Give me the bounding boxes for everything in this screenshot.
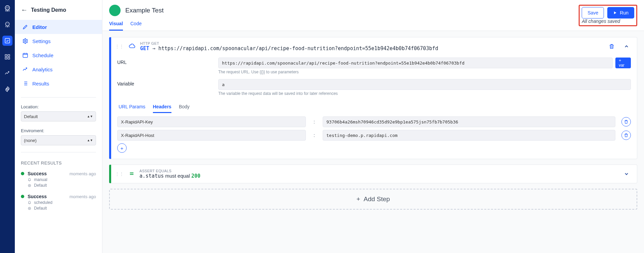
variable-hint: The variable the request data will be sa… bbox=[218, 91, 631, 96]
url-hint: The request URL. Use {{}} to use paramet… bbox=[218, 70, 631, 74]
svg-point-15 bbox=[29, 185, 30, 186]
save-button[interactable]: Save bbox=[582, 7, 604, 19]
colon: : bbox=[312, 133, 317, 138]
svg-point-11 bbox=[7, 88, 8, 90]
svg-point-14 bbox=[28, 184, 31, 186]
app-rail bbox=[0, 0, 15, 253]
calendar-icon bbox=[22, 52, 28, 58]
svg-rect-8 bbox=[8, 55, 10, 56]
drag-handle-icon[interactable]: ⋮⋮ bbox=[115, 44, 124, 48]
gear-icon bbox=[22, 38, 28, 44]
svg-point-16 bbox=[28, 207, 31, 209]
sidebar-item-label: Analytics bbox=[32, 67, 53, 72]
recent-time: moments ago bbox=[69, 194, 96, 199]
assert-value: 200 bbox=[191, 173, 200, 179]
expand-step-button[interactable] bbox=[621, 169, 632, 179]
list-icon bbox=[22, 80, 28, 86]
request-subtabs: URL Params Headers Body bbox=[119, 104, 631, 113]
status-dot-icon bbox=[21, 172, 24, 175]
recent-result-item[interactable]: Success moments ago scheduled Default bbox=[15, 191, 102, 214]
add-var-button[interactable]: + var bbox=[615, 58, 631, 68]
add-step-label: Add Step bbox=[363, 195, 390, 203]
location-value: Default bbox=[24, 114, 38, 119]
rail-settings-icon[interactable] bbox=[2, 84, 12, 94]
saved-status-text: All changes saved bbox=[582, 19, 634, 24]
rail-analytics-icon[interactable] bbox=[2, 68, 12, 78]
rail-checkbox-icon[interactable] bbox=[2, 36, 12, 46]
location-select[interactable]: Default ▲▼ bbox=[21, 111, 96, 121]
header-value-input[interactable] bbox=[323, 130, 615, 141]
sidebar: ← Testing Demo Editor Settings Schedule … bbox=[15, 0, 102, 253]
add-header-button[interactable]: + bbox=[117, 143, 127, 153]
sidebar-item-analytics[interactable]: Analytics bbox=[15, 62, 102, 76]
step-card-http: ⋮⋮ HTTP GET GET → https://rapidapi.com/s… bbox=[109, 37, 637, 159]
add-step-button[interactable]: + Add Step bbox=[109, 189, 637, 210]
delete-header-button[interactable] bbox=[621, 117, 631, 126]
recent-results-title: RECENT RESULTS bbox=[15, 156, 102, 168]
tab-code[interactable]: Code bbox=[130, 21, 141, 31]
sidebar-item-schedule[interactable]: Schedule bbox=[15, 48, 102, 62]
divider bbox=[21, 152, 96, 152]
environment-select[interactable]: (none) ▲▼ bbox=[21, 135, 96, 145]
recent-trigger: manual bbox=[34, 177, 47, 182]
svg-point-3 bbox=[5, 22, 9, 26]
recent-result-item[interactable]: Success moments ago manual Default bbox=[15, 168, 102, 191]
step-summary-line: GET → https://rapidapi.com/spoonacular/a… bbox=[140, 45, 438, 51]
sidebar-item-label: Settings bbox=[32, 38, 51, 44]
status-dot-icon bbox=[21, 195, 24, 198]
chevron-up-icon bbox=[624, 44, 629, 49]
chevron-down-icon bbox=[624, 171, 629, 177]
delete-step-button[interactable] bbox=[607, 41, 617, 51]
collapse-step-button[interactable] bbox=[621, 41, 632, 51]
svg-point-0 bbox=[5, 6, 9, 10]
trash-icon bbox=[624, 133, 629, 138]
sidebar-item-label: Results bbox=[32, 81, 49, 86]
bell-icon bbox=[28, 178, 31, 182]
header-value-input[interactable] bbox=[323, 116, 615, 127]
method-label: GET bbox=[140, 45, 149, 51]
sidebar-item-results[interactable]: Results bbox=[15, 76, 102, 91]
assert-mid: must equal bbox=[164, 173, 191, 179]
rail-octopus-icon[interactable] bbox=[2, 20, 12, 30]
step-card-assert: ⋮⋮ ASSERT EQUALS a.status must equal 200 bbox=[109, 165, 637, 183]
header-key-input[interactable] bbox=[117, 116, 306, 127]
svg-point-12 bbox=[25, 40, 26, 42]
svg-rect-7 bbox=[5, 55, 7, 56]
drag-handle-icon[interactable]: ⋮⋮ bbox=[115, 172, 124, 176]
sidebar-item-settings[interactable]: Settings bbox=[15, 34, 102, 48]
status-dot-icon bbox=[109, 5, 121, 16]
topbar: Example Test Visual Code Save Run All ch… bbox=[102, 0, 644, 31]
url-label: URL bbox=[117, 58, 218, 65]
rail-logo-icon[interactable] bbox=[2, 3, 12, 13]
back-arrow-icon[interactable]: ← bbox=[21, 6, 28, 14]
sidebar-item-editor[interactable]: Editor bbox=[15, 20, 102, 34]
assert-expression: a.status bbox=[139, 173, 164, 179]
recent-status: Success bbox=[28, 194, 47, 199]
tab-visual[interactable]: Visual bbox=[109, 21, 123, 31]
steps-content: ⋮⋮ HTTP GET GET → https://rapidapi.com/s… bbox=[102, 31, 644, 253]
url-input[interactable] bbox=[218, 58, 613, 68]
target-icon bbox=[28, 184, 31, 187]
recent-status: Success bbox=[28, 171, 47, 176]
highlight-annotation: Save Run All changes saved bbox=[579, 5, 637, 26]
svg-point-1 bbox=[6, 7, 7, 8]
svg-rect-6 bbox=[5, 38, 10, 43]
svg-rect-10 bbox=[8, 58, 10, 59]
plus-icon: + bbox=[356, 195, 360, 203]
delete-header-button[interactable] bbox=[621, 131, 631, 140]
recent-time: moments ago bbox=[69, 171, 96, 176]
rail-grid-icon[interactable] bbox=[2, 52, 12, 62]
environment-label: Enviroment: bbox=[21, 128, 96, 133]
bell-icon bbox=[28, 201, 31, 205]
svg-point-4 bbox=[6, 24, 7, 24]
header-key-input[interactable] bbox=[117, 130, 306, 141]
subtab-headers[interactable]: Headers bbox=[153, 104, 171, 113]
recent-location: Default bbox=[34, 183, 47, 188]
subtab-body[interactable]: Body bbox=[179, 104, 190, 113]
play-icon bbox=[613, 11, 617, 15]
run-button[interactable]: Run bbox=[607, 7, 634, 19]
chart-icon bbox=[22, 66, 28, 72]
subtab-urlparams[interactable]: URL Params bbox=[119, 104, 146, 113]
location-label: Location: bbox=[21, 104, 96, 109]
variable-input[interactable] bbox=[218, 79, 631, 90]
